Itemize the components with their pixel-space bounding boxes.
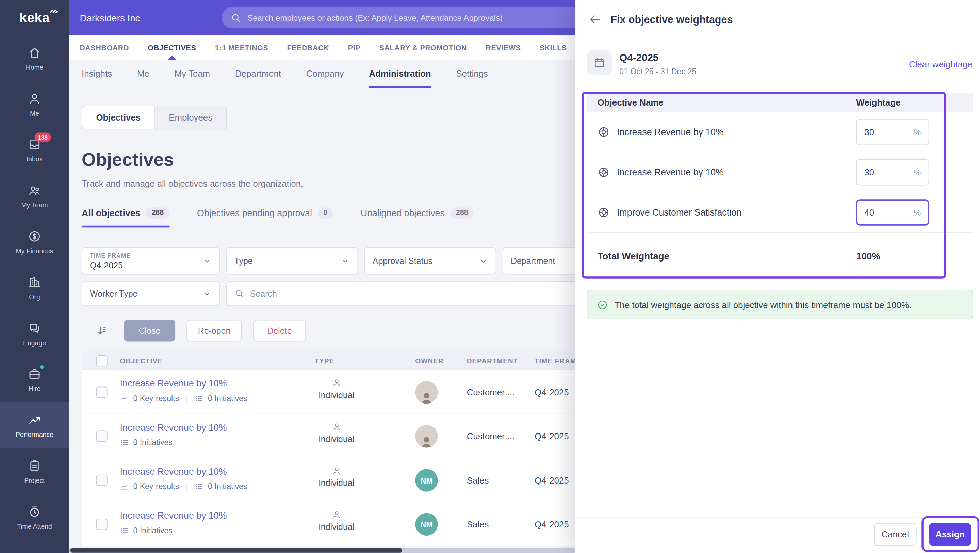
nav-item-pip[interactable]: PIP [348,35,360,60]
drawer-title: Fix objective weightages [611,14,733,26]
reopen-button[interactable]: Re-open [186,320,242,341]
inbox-icon: 138 [27,137,41,151]
subnav-my-team[interactable]: My Team [175,60,210,88]
approval-status-filter[interactable]: Approval Status [364,247,496,275]
subnav-me[interactable]: Me [137,60,150,88]
nav-item-feedback[interactable]: FEEDBACK [287,35,329,60]
sidebar-item-performance[interactable]: Performance [0,403,69,448]
weightage-table-header: Objective Name Weightage [587,93,973,112]
initiatives-icon [120,438,129,447]
select-all-checkbox[interactable] [96,355,107,367]
weightage-row: Increase Revenue by 10% % [587,112,973,152]
sidebar-item-home[interactable]: Home [0,35,69,81]
assign-button[interactable]: Assign [929,523,971,545]
weightage-input-wrap: % [856,119,929,145]
initiatives-count: 0 Initiatives [208,482,247,491]
objective-link[interactable]: Increase Revenue by 10% [120,467,227,477]
global-search-input[interactable] [247,13,615,22]
objectives-search-input[interactable] [250,289,627,298]
sidebar-item-my-team[interactable]: My Team [0,173,69,219]
nav-item-skills[interactable]: SKILLS [540,35,567,60]
fix-weightages-drawer: Fix objective weightages Q4-2025 01 Oct … [575,0,980,553]
cancel-button[interactable]: Cancel [874,523,917,545]
banner-text: The total weightage across all objective… [614,300,912,310]
nav-item-dashboard[interactable]: DASHBOARD [80,35,129,60]
filter-label: Department [511,256,555,266]
view-toggle-objectives[interactable]: Objectives [82,106,155,129]
tab-all-objectives[interactable]: All objectives 288 [82,207,169,227]
avatar-initials: NM [420,476,433,485]
inbox-count-badge: 138 [35,132,51,142]
filter-label: Approval Status [372,256,433,266]
type-filter[interactable]: Type [226,247,358,275]
worker-type-filter[interactable]: Worker Type [82,281,220,306]
nav-item-11-meetings[interactable]: 1:1 MEETINGS [215,35,268,60]
individual-icon [331,466,342,476]
objectives-search[interactable] [226,281,635,306]
row-checkbox[interactable] [96,431,107,442]
percent-suffix: % [914,208,921,217]
time-frame-cell: Q4-2025 [535,475,569,485]
subnav-administration[interactable]: Administration [369,60,431,88]
subnav-company[interactable]: Company [306,60,344,88]
weightage-input[interactable] [864,207,910,218]
person-icon [27,92,41,105]
global-search[interactable] [221,7,624,28]
subnav-insights[interactable]: Insights [82,60,112,88]
back-arrow-icon[interactable] [588,13,602,27]
row-checkbox[interactable] [96,519,107,530]
objective-link[interactable]: Increase Revenue by 10% [120,422,227,433]
keka-logo[interactable]: keka [0,0,69,35]
sidebar-item-inbox[interactable]: 138 Inbox [0,127,69,173]
clock-icon [27,505,41,519]
subnav-department[interactable]: Department [235,60,281,88]
objective-link[interactable]: Increase Revenue by 10% [120,510,227,521]
view-toggle-employees[interactable]: Employees [155,106,226,129]
home-icon [27,46,41,60]
row-checkbox[interactable] [96,386,107,398]
weightage-input[interactable] [864,127,910,137]
sidebar-item-project[interactable]: Project [0,448,69,494]
sidebar-item-org[interactable]: Org [0,265,69,311]
owner-avatar: NM [415,469,438,491]
sidebar-item-label: Performance [16,430,53,438]
weightage-input-wrap: % [856,159,929,186]
tab-unaligned-objectives[interactable]: Unaligned objectives 288 [361,207,474,227]
clear-weightage-link[interactable]: Clear weightage [909,59,972,70]
horizontal-scrollbar [69,548,576,553]
sidebar-item-my-finances[interactable]: My Finances [0,218,69,265]
weightage-row: Increase Revenue by 10% % [587,152,973,193]
nav-item-reviews[interactable]: REVIEWS [485,35,520,60]
objective-name: Improve Customer Satisfaction [617,207,741,217]
department-cell: Sales [467,475,489,485]
person-silhouette-icon [418,434,435,448]
sidebar-item-hire[interactable]: Hire [0,357,69,403]
tab-pending-approval[interactable]: Objectives pending approval 0 [197,207,333,227]
time-frame-filter[interactable]: TIME FRAME Q4-2025 [82,247,220,275]
sidebar-item-engage[interactable]: Engage [0,311,69,357]
sidebar-item-label: My Finances [16,247,53,254]
view-toggle: Objectives Employees [82,105,227,129]
search-icon [231,12,241,23]
objective-type: Individual [318,435,354,444]
nav-item-objectives[interactable]: OBJECTIVES [148,35,196,60]
initiatives-icon [195,482,204,491]
initiatives-icon [120,526,129,535]
sidebar-item-time-attend[interactable]: Time Attend [0,494,69,540]
close-button[interactable]: Close [124,320,175,341]
hire-notification-dot [40,364,45,370]
delete-button[interactable]: Delete [253,320,306,341]
objective-link[interactable]: Increase Revenue by 10% [120,378,227,389]
row-checkbox[interactable] [96,475,107,486]
key-results-count: 0 Key-results [133,394,179,403]
subnav-settings[interactable]: Settings [456,60,488,88]
col-type: TYPE [315,357,334,364]
nav-item-salary-promotion[interactable]: SALARY & PROMOTION [379,35,467,60]
weightage-input[interactable] [864,167,910,177]
sidebar-item-me[interactable]: Me [0,81,69,127]
sort-icon[interactable] [95,325,108,337]
owner-avatar: NM [415,513,438,535]
time-frame-cell: Q4-2025 [535,519,569,529]
calendar-icon [593,57,606,69]
horizontal-scrollbar-thumb[interactable] [70,548,402,553]
